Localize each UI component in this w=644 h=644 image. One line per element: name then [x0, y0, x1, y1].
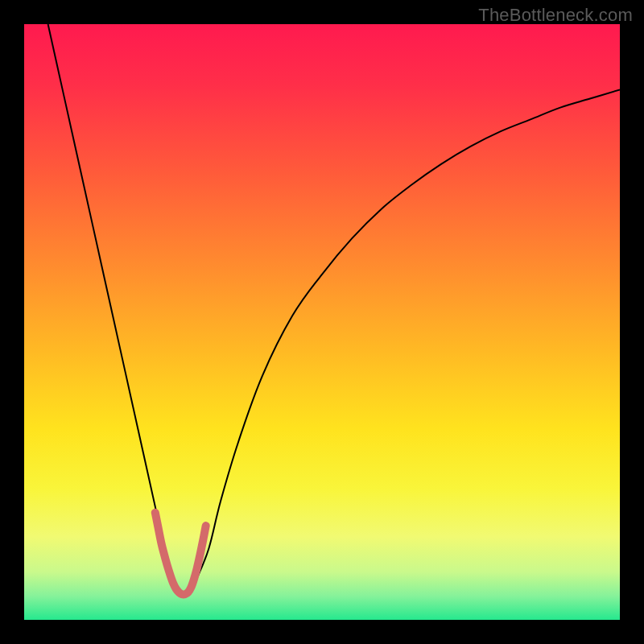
- bottleneck-curve: [48, 24, 620, 593]
- trough-highlight: [155, 513, 206, 595]
- plot-area: [24, 24, 620, 620]
- curve-overlay: [24, 24, 620, 620]
- chart-frame: TheBottleneck.com: [0, 0, 644, 644]
- watermark: TheBottleneck.com: [478, 5, 633, 26]
